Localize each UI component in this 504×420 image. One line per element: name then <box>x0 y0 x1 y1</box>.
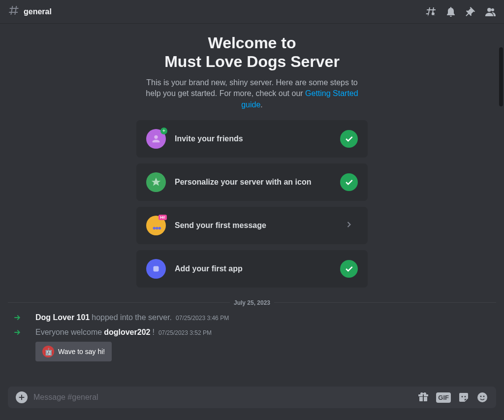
message-content: Everyone welcome doglover202! 07/25/2023… <box>35 328 212 337</box>
threads-icon[interactable] <box>425 6 437 18</box>
gift-icon[interactable] <box>417 391 429 403</box>
svg-point-2 <box>158 227 161 230</box>
svg-point-4 <box>477 392 487 402</box>
svg-point-0 <box>153 227 156 230</box>
wave-emoji-icon: 🤖 <box>42 346 54 357</box>
username[interactable]: Dog Lover 101 <box>35 313 90 322</box>
card-label: Add your first app <box>175 264 331 273</box>
suffix-text: ! <box>152 328 154 337</box>
sticker-icon[interactable] <box>458 391 470 403</box>
message-icon: Hi! <box>146 216 166 235</box>
check-icon <box>340 173 358 191</box>
svg-rect-3 <box>154 266 159 271</box>
join-arrow-icon <box>8 328 28 337</box>
scrollbar[interactable] <box>499 47 503 106</box>
notifications-icon[interactable] <box>445 6 457 18</box>
prefix-text: Everyone welcome <box>35 328 102 337</box>
app-icon <box>146 259 166 279</box>
card-label: Send your first message <box>175 221 331 230</box>
send-first-message-card[interactable]: Hi! Send your first message <box>136 207 368 244</box>
add-first-app-card[interactable]: Add your first app <box>136 250 368 288</box>
message-input[interactable] <box>28 393 417 402</box>
join-message-row: Dog Lover 101 hopped into the server. 07… <box>0 310 504 325</box>
emoji-icon[interactable] <box>476 391 488 403</box>
personalize-server-card[interactable]: Personalize your server with an icon <box>136 163 368 201</box>
subtitle-period: . <box>260 100 262 109</box>
input-icons: GIF <box>417 391 488 403</box>
check-icon <box>340 130 358 148</box>
invite-friends-card[interactable]: + Invite your friends <box>136 120 368 158</box>
join-arrow-icon <box>8 313 28 322</box>
message-content: Dog Lover 101 hopped into the server. 07… <box>35 313 229 322</box>
svg-point-1 <box>156 227 158 230</box>
input-wrapper: GIF <box>8 387 496 408</box>
wave-button[interactable]: 🤖 Wave to say hi! <box>35 342 112 361</box>
channel-header: general <box>0 0 504 24</box>
hash-icon <box>8 4 20 19</box>
chevron-right-icon <box>344 220 354 231</box>
header-right <box>425 6 496 18</box>
invite-icon: + <box>146 129 166 149</box>
timestamp: 07/25/2023 3:46 PM <box>176 315 229 322</box>
check-icon <box>340 260 358 278</box>
card-label: Invite your friends <box>175 134 331 143</box>
channel-name: general <box>24 7 52 16</box>
welcome-cards: + Invite your friends Personalize your s… <box>136 120 368 288</box>
action-text: hopped into the server. <box>92 313 172 322</box>
username[interactable]: doglover202 <box>104 328 150 337</box>
card-status <box>340 260 358 278</box>
card-label: Personalize your server with an icon <box>175 178 331 187</box>
header-left: general <box>8 4 52 19</box>
welcome-title-line1: Welcome to <box>208 34 296 52</box>
pinned-icon[interactable] <box>465 6 476 18</box>
card-status <box>340 217 358 234</box>
wave-label: Wave to say hi! <box>58 348 105 355</box>
input-area: GIF <box>0 387 504 420</box>
svg-point-5 <box>480 396 482 397</box>
date-text: July 25, 2023 <box>234 299 270 306</box>
hi-badge: Hi! <box>158 215 167 220</box>
attach-button[interactable] <box>16 391 28 403</box>
welcome-subtitle: This is your brand new, shiny server. He… <box>139 77 365 110</box>
members-icon[interactable] <box>484 6 496 18</box>
welcome-title-line2: Must Love Dogs Server <box>164 53 340 70</box>
welcome-title: Welcome to Must Love Dogs Server <box>0 33 504 71</box>
plus-badge-icon: + <box>160 128 167 134</box>
personalize-icon <box>146 172 166 192</box>
svg-point-6 <box>483 396 485 397</box>
gif-icon[interactable]: GIF <box>436 392 451 403</box>
card-status <box>340 173 358 191</box>
main-content: Welcome to Must Love Dogs Server This is… <box>0 24 504 385</box>
date-divider: July 25, 2023 <box>8 299 496 306</box>
welcome-message-row: Everyone welcome doglover202! 07/25/2023… <box>0 325 504 340</box>
timestamp: 07/25/2023 3:52 PM <box>158 329 212 336</box>
card-status <box>340 130 358 148</box>
